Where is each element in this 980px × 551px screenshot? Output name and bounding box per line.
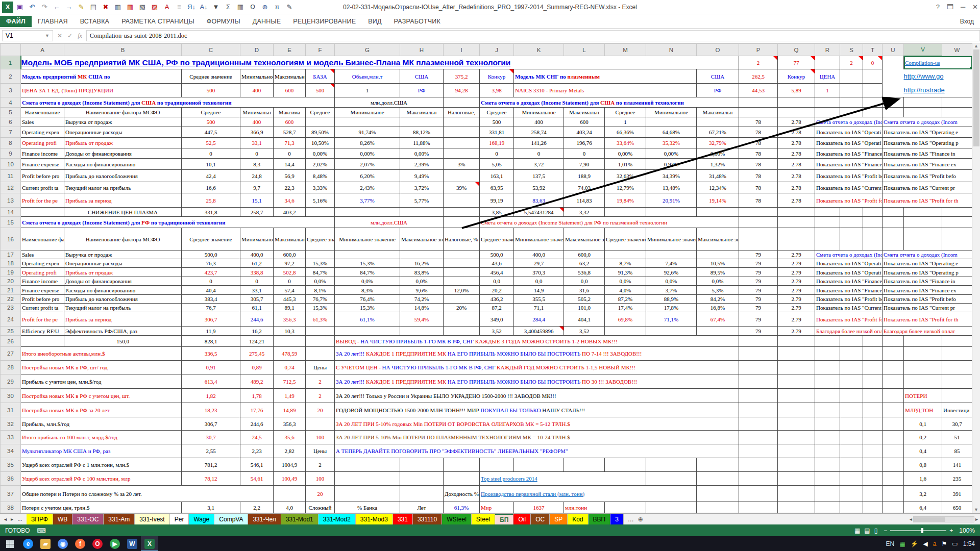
cell-F14[interactable] bbox=[306, 208, 335, 217]
cell-T27[interactable] bbox=[863, 347, 883, 361]
cell-V36[interactable]: 1,6 bbox=[904, 472, 942, 486]
cell-K21[interactable]: 14,9 bbox=[514, 286, 564, 295]
row-header-25[interactable]: 25 bbox=[1, 327, 21, 336]
cell-S38[interactable] bbox=[840, 502, 863, 513]
cell-Q3[interactable]: 5,89 bbox=[778, 84, 815, 97]
cell-S32[interactable] bbox=[840, 417, 863, 431]
macro-record-icon[interactable]: ⌨ bbox=[37, 527, 45, 534]
cell-I38[interactable]: 61,3% bbox=[444, 502, 480, 513]
cell-K7[interactable]: 258,74 bbox=[514, 127, 564, 138]
cell-O38[interactable] bbox=[697, 502, 739, 513]
sheet-tab-331[interactable]: 331 bbox=[393, 514, 413, 524]
ribbon-tab-разработчик[interactable]: РАЗРАБОТЧИК bbox=[388, 16, 447, 27]
cell-Q1[interactable]: 77 bbox=[778, 56, 815, 69]
cell-G24[interactable]: 61,1% bbox=[335, 312, 400, 327]
cell-H7[interactable]: 88,12% bbox=[400, 127, 444, 138]
cell-F23[interactable]: 15,3% bbox=[306, 304, 335, 312]
ribbon-tab-данные[interactable]: ДАННЫЕ bbox=[247, 16, 287, 27]
cell-H21[interactable]: 9,6% bbox=[400, 286, 444, 295]
cell-B25[interactable]: Эффективность РФ/США, раз bbox=[64, 327, 182, 336]
cell-C20[interactable]: 0 bbox=[182, 277, 240, 286]
cell-N13[interactable]: 20,91% bbox=[646, 193, 697, 208]
row-header-27[interactable]: 27 bbox=[1, 347, 21, 361]
cell-B17[interactable]: Выручка от продаж bbox=[64, 251, 182, 259]
ribbon-tab-вставка[interactable]: ВСТАВКА bbox=[74, 16, 115, 27]
cell-S16[interactable] bbox=[840, 228, 863, 251]
cell-L9[interactable]: 0 bbox=[564, 148, 605, 159]
cell-F18[interactable]: 15,3% bbox=[306, 259, 335, 268]
cell-L24[interactable]: 404,1 bbox=[564, 312, 605, 327]
underline-icon[interactable]: A bbox=[161, 2, 173, 13]
cell-W5[interactable] bbox=[942, 108, 972, 117]
cell-G14[interactable] bbox=[335, 208, 400, 217]
cell-U2[interactable] bbox=[883, 69, 904, 84]
cell-R13[interactable]: Показатель по IAS "Profit fo bbox=[815, 193, 883, 208]
column-header-V[interactable]: V bbox=[904, 44, 942, 56]
delete-rows-icon[interactable]: ▦ bbox=[125, 2, 136, 13]
column-header-W[interactable]: W bbox=[942, 44, 972, 56]
cell-E23[interactable]: 89,1 bbox=[274, 304, 306, 312]
cell-P33[interactable] bbox=[739, 431, 778, 444]
cell-T4[interactable] bbox=[863, 97, 883, 108]
cell-G22[interactable]: 76,4% bbox=[335, 295, 400, 304]
row-header-14[interactable]: 14 bbox=[1, 208, 21, 217]
cell-C18[interactable]: 76,3 bbox=[182, 259, 240, 268]
cell-A20[interactable]: Finance income bbox=[21, 277, 64, 286]
cell-E20[interactable]: 0 bbox=[274, 277, 306, 286]
cell-Q15[interactable] bbox=[778, 217, 815, 228]
cell-S30[interactable] bbox=[840, 389, 863, 403]
cell-G32[interactable]: ЗА 20 ЛЕТ ПРИ 5-10% годовых Min ПОТЕРИ О… bbox=[335, 417, 739, 431]
cell-E5[interactable]: Максима bbox=[274, 108, 306, 117]
cell-D24[interactable]: 244,6 bbox=[240, 312, 274, 327]
cell-G23[interactable]: 15,3% bbox=[335, 304, 400, 312]
table-icon[interactable]: ▦ bbox=[235, 2, 246, 13]
cell-P35[interactable] bbox=[739, 458, 778, 472]
cell-V30[interactable]: ПОТЕРИ bbox=[904, 389, 942, 403]
cell-U33[interactable] bbox=[883, 431, 904, 444]
cell-L38[interactable]: млн.тонн bbox=[564, 502, 605, 513]
cell-H24[interactable]: 59,4% bbox=[400, 312, 444, 327]
cell-E35[interactable]: 1004,9 bbox=[274, 458, 306, 472]
cell-W29[interactable] bbox=[942, 374, 972, 389]
row-header-29[interactable]: 29 bbox=[1, 374, 21, 389]
cell-Q14[interactable] bbox=[778, 208, 815, 217]
cell-R36[interactable] bbox=[815, 472, 840, 486]
zoom-level[interactable]: 100% bbox=[959, 527, 975, 534]
cell-K38[interactable]: 1637 bbox=[514, 502, 564, 513]
cell-A9[interactable]: Finance income bbox=[21, 148, 64, 159]
row-header-10[interactable]: 10 bbox=[1, 159, 21, 170]
column-header-A[interactable]: A bbox=[21, 44, 64, 56]
cell-N19[interactable]: 92,6% bbox=[646, 268, 697, 277]
cell-A37[interactable]: Общие потери и Потери по сложному % за 2… bbox=[21, 486, 274, 502]
cell-O21[interactable]: 5,3% bbox=[697, 286, 739, 295]
cell-N36[interactable] bbox=[646, 472, 697, 486]
cell-U18[interactable]: Показатель по IAS "Operating e bbox=[883, 259, 972, 268]
cell-A31[interactable]: Постройка новых МК в РФ за 20 лет bbox=[21, 403, 182, 417]
cancel-icon[interactable]: ✕ bbox=[57, 32, 62, 39]
cell-S35[interactable] bbox=[840, 458, 863, 472]
cell-G34[interactable]: А ТЕПЕРЬ ДАВАЙТЕ ПОГОВОРИТЬ ПРО "ЭФФЕКТИ… bbox=[335, 444, 739, 458]
cell-U10[interactable]: Показатель по IAS "Finance ex bbox=[883, 159, 972, 170]
cell-W28[interactable] bbox=[942, 361, 972, 374]
cell-F24[interactable]: 61,3% bbox=[306, 312, 335, 327]
cell-G29[interactable]: ЗА 20 лет!!! КАЖДОЕ 1 ПРЕДПРИЯТИЕ МК НА … bbox=[335, 374, 739, 389]
insert-columns-icon[interactable]: ▧ bbox=[137, 2, 148, 13]
cell-F36[interactable]: 100 bbox=[306, 472, 335, 486]
cell-D21[interactable]: 33,1 bbox=[240, 286, 274, 295]
excel-logo-icon[interactable]: X bbox=[2, 2, 13, 13]
cell-V26[interactable] bbox=[904, 336, 942, 347]
cell-N9[interactable]: 0,00% bbox=[646, 148, 697, 159]
cell-T38[interactable] bbox=[863, 502, 883, 513]
row-header-13[interactable]: 13 bbox=[1, 193, 21, 208]
cell-R10[interactable]: Показатель по IAS "Finance bbox=[815, 159, 883, 170]
cell-D13[interactable]: 15,1 bbox=[240, 193, 274, 208]
cell-F34[interactable]: Цены bbox=[306, 444, 335, 458]
column-header-M[interactable]: M bbox=[605, 44, 646, 56]
cell-A34[interactable]: Мультипликатор МК США и РФ, раз bbox=[21, 444, 182, 458]
cell-P36[interactable] bbox=[739, 472, 778, 486]
cell-T31[interactable] bbox=[863, 403, 883, 417]
cell-K8[interactable]: 141,26 bbox=[514, 138, 564, 148]
cell-G3[interactable]: 1 bbox=[335, 84, 400, 97]
cell-I36[interactable] bbox=[444, 472, 480, 486]
column-header-H[interactable]: H bbox=[400, 44, 444, 56]
